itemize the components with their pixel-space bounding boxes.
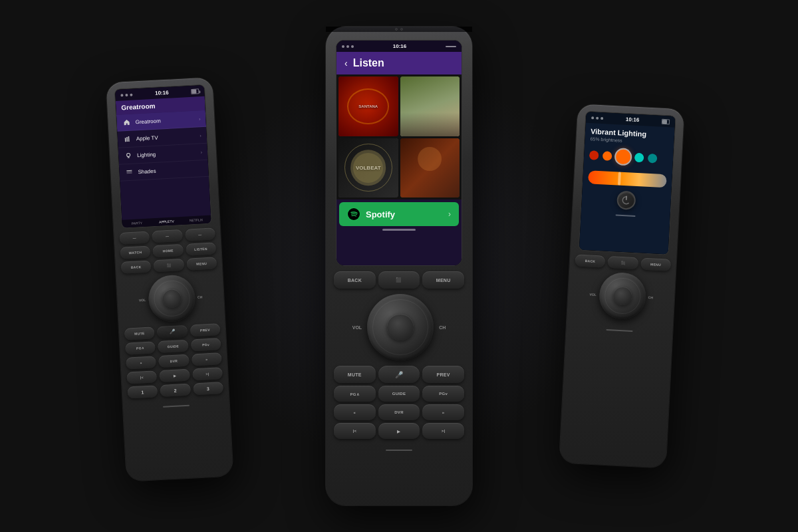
right-indicator xyxy=(606,329,632,332)
swatch-orange[interactable] xyxy=(602,151,612,161)
album-volbeat[interactable]: VOLBEAT xyxy=(338,138,398,198)
btn-skipback-center[interactable]: |< xyxy=(334,423,376,439)
left-nav-container: VOL CH xyxy=(122,273,219,324)
volbeat-label: VOLBEAT xyxy=(338,138,398,198)
right-nav-container: VOL CH xyxy=(572,270,670,321)
album-country[interactable] xyxy=(400,76,460,136)
home-icon xyxy=(122,118,132,128)
btn-listen[interactable]: LISTEN xyxy=(186,242,216,255)
center-status-line xyxy=(446,46,456,47)
nav-wheel-left[interactable] xyxy=(147,274,196,323)
swatch-cyan[interactable] xyxy=(634,153,644,163)
btn-pgdn-center[interactable]: PGv xyxy=(422,386,464,402)
spotify-bar[interactable]: Spotify › xyxy=(339,202,459,226)
btn-menu-left[interactable]: MENU xyxy=(186,257,217,270)
btn-home[interactable]: HOME xyxy=(153,244,184,257)
btn-menu-right[interactable]: MENU xyxy=(640,257,671,271)
btn-watch[interactable]: WATCH xyxy=(120,245,150,259)
btn-3-left[interactable]: 3 xyxy=(193,382,223,395)
svg-point-3 xyxy=(127,153,130,156)
svg-rect-7 xyxy=(126,172,132,172)
btn-1-left[interactable]: 1 xyxy=(127,385,158,398)
btn-2-left[interactable]: 2 xyxy=(160,384,191,397)
menu-shades-label: Shades xyxy=(138,166,203,175)
right-row1: BACK ⬛ MENU xyxy=(575,254,671,271)
btn-mic-center[interactable]: 🎤 xyxy=(378,366,420,383)
swatch-orange-selected[interactable] xyxy=(616,149,631,164)
swatch-red[interactable] xyxy=(589,150,599,160)
tab-netflix[interactable]: NETFLIX xyxy=(181,215,211,225)
btn-pgup-left[interactable]: PG∧ xyxy=(125,341,156,354)
tab-party[interactable]: PARTY xyxy=(122,218,152,227)
center-screen: 10:16 ‹ Listen SANTANA xyxy=(336,41,462,265)
chevron-right-icon2: › xyxy=(200,133,201,138)
left-row9: 1 2 3 xyxy=(127,382,223,399)
btn-mic-left[interactable]: 🎤 xyxy=(157,325,188,338)
btn-back-right[interactable]: BACK xyxy=(575,254,605,267)
btn-dash2[interactable]: — xyxy=(152,229,182,243)
btn-guide-center[interactable]: GUIDE xyxy=(378,386,420,402)
btn-prev-left[interactable]: PREV xyxy=(190,323,220,336)
cdot3 xyxy=(351,45,354,48)
btn-play-left[interactable]: ▶ xyxy=(159,369,190,382)
right-status-dots xyxy=(591,116,603,120)
btn-fwd-center[interactable]: » xyxy=(422,404,464,420)
swatch-teal[interactable] xyxy=(648,154,658,164)
btn-rew-left[interactable]: « xyxy=(126,356,156,369)
btn-tv-center[interactable]: ⬛ xyxy=(378,271,420,289)
tab-appletv[interactable]: APPLETV xyxy=(152,217,182,226)
left-screen: 10:16 Greatroom Greatroom › xyxy=(115,85,211,228)
btn-menu-center[interactable]: MENU xyxy=(422,271,464,289)
power-button[interactable] xyxy=(616,190,636,209)
brightness-handle[interactable] xyxy=(618,172,621,185)
menu-greatroom-label: Greatroom xyxy=(135,116,199,125)
btn-skipfwd-left[interactable]: >| xyxy=(192,367,223,380)
btn-tv-right[interactable]: ⬛ xyxy=(608,256,638,269)
back-arrow-icon[interactable]: ‹ xyxy=(344,58,348,68)
right-screen: 10:16 Vibrant Lighting 65% brightness xyxy=(579,112,676,255)
shades-icon xyxy=(124,168,134,178)
btn-play-center[interactable]: ▶ xyxy=(378,423,420,439)
svg-rect-0 xyxy=(125,138,126,142)
btn-dash1[interactable]: — xyxy=(119,231,150,244)
center-row4: PG∧ GUIDE PGv xyxy=(334,386,464,402)
left-time: 10:16 xyxy=(155,90,169,96)
left-buttons: — — — WATCH HOME LISTEN BACK ⬛ MENU VOL xyxy=(114,223,229,406)
brightness-slider[interactable] xyxy=(588,170,667,188)
album-santana[interactable]: SANTANA xyxy=(338,76,398,136)
svg-rect-6 xyxy=(126,170,132,171)
btn-mute-center[interactable]: MUTE xyxy=(334,366,376,383)
btn-dvr-center[interactable]: DVR xyxy=(378,404,420,420)
scene: 10:16 Greatroom Greatroom › xyxy=(0,0,798,532)
ch-label-center: CH xyxy=(439,325,446,330)
btn-pgup-center[interactable]: PG∧ xyxy=(334,386,376,402)
btn-rew-center[interactable]: « xyxy=(334,404,376,420)
btn-guide-left[interactable]: GUIDE xyxy=(158,340,188,353)
power-icon xyxy=(620,195,632,206)
btn-dvr-left[interactable]: DVR xyxy=(158,354,189,368)
album-romantic[interactable] xyxy=(400,138,460,198)
ch-label-right: CH xyxy=(648,295,654,299)
nav-wheel-right[interactable] xyxy=(598,271,647,321)
wheel-rings-right xyxy=(603,277,641,315)
battery-tip xyxy=(199,90,200,93)
rdot3 xyxy=(600,116,603,119)
btn-back-center[interactable]: BACK xyxy=(334,271,376,289)
center-notch xyxy=(326,27,472,32)
btn-fwd-left[interactable]: » xyxy=(192,352,222,366)
btn-back-left[interactable]: BACK xyxy=(121,260,152,273)
btn-pgdn-left[interactable]: PGv xyxy=(190,338,221,351)
btn-dash3[interactable]: — xyxy=(185,227,215,241)
btn-tv-left[interactable]: ⬛ xyxy=(154,259,184,272)
btn-skipfwd-center[interactable]: >| xyxy=(422,423,464,439)
btn-mute-left[interactable]: MUTE xyxy=(124,327,155,340)
center-nav-container: VOL CH xyxy=(334,294,464,360)
vol-label-left: VOL xyxy=(139,298,146,303)
btn-skipback-left[interactable]: |< xyxy=(126,370,157,384)
listen-title: Listen xyxy=(353,57,384,69)
btn-prev-center[interactable]: PREV xyxy=(422,366,464,383)
spotify-label: Spotify xyxy=(366,209,448,219)
left-status-dots xyxy=(120,93,132,96)
nav-wheel-center[interactable] xyxy=(367,294,434,360)
center-row3: MUTE 🎤 PREV xyxy=(334,366,464,383)
